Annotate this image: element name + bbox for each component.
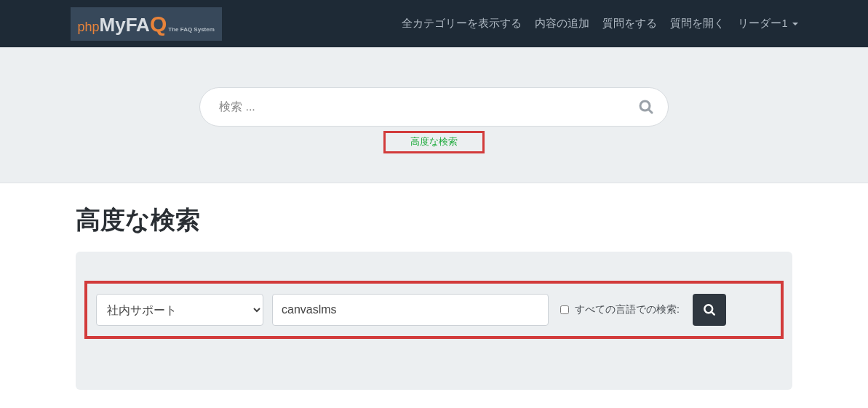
advanced-search-panel: 社内サポート すべての言語での検索:: [76, 252, 792, 390]
page-title: 高度な検索: [76, 204, 792, 237]
nav-link-add-content[interactable]: 内容の追加: [535, 17, 589, 31]
advanced-search-form-highlight: 社内サポート すべての言語での検索:: [84, 281, 784, 339]
search-input[interactable]: [219, 100, 637, 113]
logo[interactable]: php My FA Q The FAQ System: [71, 7, 222, 41]
advanced-search-button[interactable]: [693, 294, 726, 326]
logo-text-q: Q: [150, 12, 167, 36]
nav-links: 全カテゴリーを表示する 内容の追加 質問をする 質問を開く リーダー1: [402, 17, 797, 31]
navbar-inner: php My FA Q The FAQ System 全カテゴリーを表示する 内…: [71, 7, 798, 41]
svg-line-3: [712, 312, 714, 315]
all-languages-wrap[interactable]: すべての言語での検索:: [560, 303, 680, 316]
logo-text-php: php: [78, 20, 100, 35]
advanced-search-link[interactable]: 高度な検索: [410, 137, 458, 147]
logo-text-my: My: [100, 14, 126, 36]
nav-user-dropdown[interactable]: リーダー1: [738, 17, 797, 31]
main-container: 高度な検索 社内サポート すべての言語での検索:: [76, 183, 792, 390]
all-languages-checkbox[interactable]: [560, 305, 569, 314]
nav-link-all-categories[interactable]: 全カテゴリーを表示する: [402, 17, 522, 31]
logo-subtitle: The FAQ System: [168, 26, 215, 33]
advanced-search-highlight: 高度な検索: [383, 131, 485, 153]
all-languages-label: すべての言語での検索:: [575, 303, 680, 316]
nav-link-ask-question[interactable]: 質問をする: [602, 17, 657, 31]
navbar: php My FA Q The FAQ System 全カテゴリーを表示する 内…: [0, 0, 868, 47]
svg-line-1: [648, 109, 652, 113]
logo-text-fa: FA: [126, 14, 150, 36]
hero-search-area: 高度な検索: [0, 47, 868, 183]
nav-link-open-questions[interactable]: 質問を開く: [670, 17, 725, 31]
search-pill: [199, 87, 669, 127]
search-term-input[interactable]: [272, 294, 549, 326]
search-icon[interactable]: [637, 98, 655, 116]
category-select[interactable]: 社内サポート: [96, 294, 263, 326]
